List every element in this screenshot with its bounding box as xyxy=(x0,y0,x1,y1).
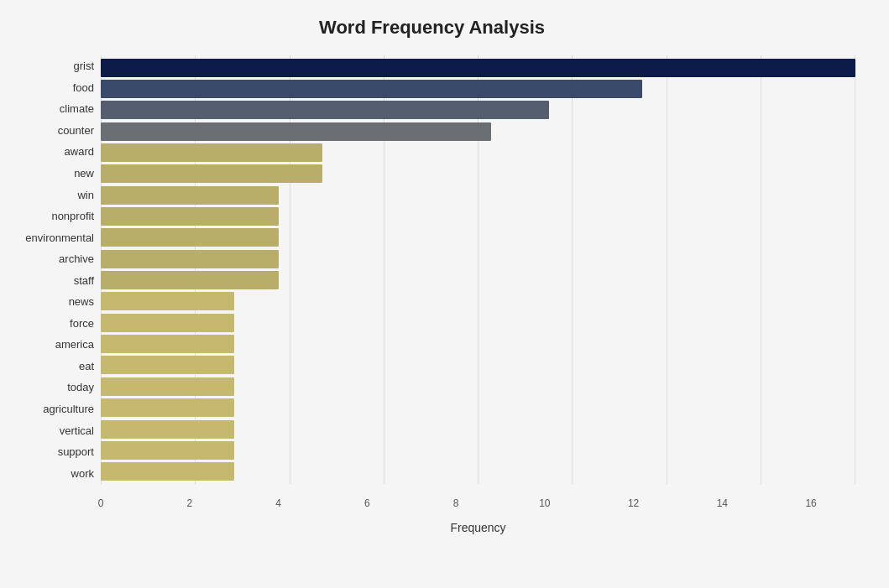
bar-work xyxy=(101,462,234,481)
plot-area: Frequency 0246810121416 xyxy=(101,55,855,509)
y-label-eat: eat xyxy=(79,356,94,377)
bar-row xyxy=(101,398,855,418)
y-label-force: force xyxy=(70,313,94,335)
bar-news xyxy=(101,292,234,310)
bar-row xyxy=(101,377,855,397)
bar-counter xyxy=(101,122,491,141)
bar-row xyxy=(101,313,855,333)
y-label-staff: staff xyxy=(74,269,94,291)
y-label-archive: archive xyxy=(59,248,94,270)
bar-row xyxy=(101,164,855,184)
bar-eat xyxy=(101,356,234,374)
x-tick: 8 xyxy=(453,497,459,509)
bar-row xyxy=(101,355,855,375)
bar-row xyxy=(101,122,855,142)
y-label-nonprofit: nonprofit xyxy=(51,206,94,227)
x-tick: 10 xyxy=(539,497,550,509)
chart-area: gristfoodclimatecounterawardnewwinnonpro… xyxy=(8,55,855,509)
bar-environmental xyxy=(101,228,279,247)
y-label-america: america xyxy=(55,334,94,356)
x-tick: 2 xyxy=(186,497,192,509)
bar-climate xyxy=(101,101,549,119)
x-tick: 12 xyxy=(628,497,639,509)
bar-row xyxy=(101,143,855,163)
bar-row xyxy=(101,79,855,99)
bar-vertical xyxy=(101,420,234,439)
y-label-climate: climate xyxy=(60,98,94,120)
bar-today xyxy=(101,377,234,396)
y-label-grist: grist xyxy=(73,55,94,77)
x-axis-label: Frequency xyxy=(450,521,505,534)
y-label-vertical: vertical xyxy=(60,419,94,441)
bar-win xyxy=(101,186,279,205)
y-axis: gristfoodclimatecounterawardnewwinnonpro… xyxy=(8,55,101,509)
bar-row xyxy=(101,419,855,440)
chart-title: Word Frequency Analysis xyxy=(8,17,855,39)
bar-row xyxy=(101,227,855,247)
bar-award xyxy=(101,143,322,162)
x-tick: 14 xyxy=(717,497,728,509)
bar-row xyxy=(101,58,855,78)
bar-archive xyxy=(101,250,279,268)
bar-row xyxy=(101,185,855,206)
bar-row xyxy=(101,291,855,311)
y-label-counter: counter xyxy=(58,120,94,142)
bars-container xyxy=(101,55,855,484)
chart-container: Word Frequency Analysis gristfoodclimate… xyxy=(0,0,889,588)
y-label-award: award xyxy=(65,141,94,163)
bar-support xyxy=(101,441,234,460)
x-tick: 16 xyxy=(805,497,816,509)
y-label-food: food xyxy=(73,77,94,99)
bar-grist xyxy=(101,59,855,77)
y-label-win: win xyxy=(77,184,94,206)
y-label-news: news xyxy=(69,291,94,313)
bar-force xyxy=(101,314,234,332)
y-label-support: support xyxy=(58,441,94,463)
bar-new xyxy=(101,164,322,183)
bar-agriculture xyxy=(101,398,234,417)
x-tick: 6 xyxy=(364,497,370,509)
bar-row xyxy=(101,461,855,481)
bar-row xyxy=(101,249,855,269)
y-label-environmental: environmental xyxy=(25,226,94,248)
x-axis: Frequency 0246810121416 xyxy=(101,484,855,509)
x-tick: 0 xyxy=(98,497,104,509)
bar-row xyxy=(101,206,855,226)
bar-row xyxy=(101,440,855,461)
x-tick: 4 xyxy=(275,497,281,509)
y-label-new: new xyxy=(74,163,94,185)
bar-row xyxy=(101,270,855,290)
grid-and-bars: Frequency 0246810121416 xyxy=(101,55,855,509)
y-label-today: today xyxy=(67,377,94,398)
bar-nonprofit xyxy=(101,207,279,226)
bar-america xyxy=(101,335,234,353)
bar-row xyxy=(101,334,855,354)
bar-food xyxy=(101,80,642,98)
bar-row xyxy=(101,100,855,120)
y-label-agriculture: agriculture xyxy=(43,398,94,420)
y-label-work: work xyxy=(71,462,94,484)
bar-staff xyxy=(101,271,279,289)
